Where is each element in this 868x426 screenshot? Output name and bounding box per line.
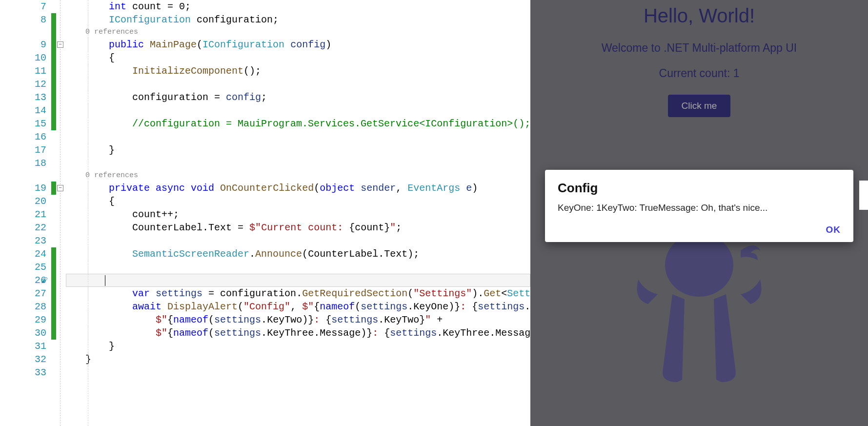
code-line[interactable]: private async void OnCounterClicked(obje…	[66, 182, 530, 195]
code-line[interactable]: IConfiguration configuration;	[66, 13, 530, 26]
code-line[interactable]	[66, 78, 530, 91]
code-line[interactable]: }	[66, 340, 530, 353]
fold-toggle[interactable]: −	[57, 185, 63, 191]
alert-message: KeyOne: 1KeyTwo: TrueMessage: Oh, that's…	[558, 202, 841, 214]
code-line[interactable]	[66, 274, 530, 287]
code-line[interactable]	[66, 104, 530, 117]
code-line[interactable]: }	[66, 143, 530, 157]
code-line[interactable]: InitializeComponent();	[66, 64, 530, 78]
code-line[interactable]	[66, 130, 530, 143]
code-line[interactable]: int count = 0;	[66, 0, 530, 13]
format-brush-icon: 🖌	[40, 277, 48, 284]
code-line[interactable]: //configuration = MauiProgram.Services.G…	[66, 117, 530, 130]
code-line[interactable]: }	[66, 353, 530, 366]
alert-dialog: Config KeyOne: 1KeyTwo: TrueMessage: Oh,…	[545, 170, 853, 242]
alert-title: Config	[558, 181, 841, 196]
code-line[interactable]	[66, 366, 530, 379]
preview-scrollbar[interactable]	[859, 181, 868, 210]
fold-column: −−	[56, 0, 66, 426]
code-line[interactable]: var settings = configuration.GetRequired…	[66, 287, 530, 300]
code-line[interactable]: count++;	[66, 208, 530, 221]
text-cursor	[105, 275, 105, 286]
code-line[interactable]: {	[66, 51, 530, 64]
code-line[interactable]: SemanticScreenReader.Announce(CounterLab…	[66, 247, 530, 261]
alert-ok-button[interactable]: OK	[826, 224, 841, 235]
codelens-reference-count[interactable]: 0 references	[66, 170, 530, 182]
code-line[interactable]: configuration = config;	[66, 91, 530, 104]
code-line[interactable]: {	[66, 195, 530, 208]
code-editor[interactable]: 78 9101112131415161718 19202122232425262…	[0, 0, 530, 426]
app-preview: Hello, World! Welcome to .NET Multi-plat…	[530, 0, 868, 426]
code-line[interactable]: await DisplayAlert("Config", $"{nameof(s…	[66, 300, 530, 313]
code-line[interactable]: $"{nameof(settings.KeyTwo)}: {settings.K…	[66, 313, 530, 326]
code-area[interactable]: int count = 0; IConfiguration configurat…	[66, 0, 530, 426]
code-line[interactable]: $"{nameof(settings.KeyThree.Message)}: {…	[66, 326, 530, 340]
code-line[interactable]: public MainPage(IConfiguration config)	[66, 38, 530, 51]
change-indicator-bar	[51, 0, 56, 426]
line-number-gutter: 78 9101112131415161718 19202122232425262…	[0, 0, 51, 426]
code-line[interactable]	[66, 157, 530, 170]
codelens-reference-count[interactable]: 0 references	[66, 26, 530, 38]
fold-toggle[interactable]: −	[57, 41, 63, 48]
code-line[interactable]: CounterLabel.Text = $"Current count: {co…	[66, 221, 530, 234]
code-line[interactable]	[66, 261, 530, 274]
code-line[interactable]	[66, 234, 530, 247]
